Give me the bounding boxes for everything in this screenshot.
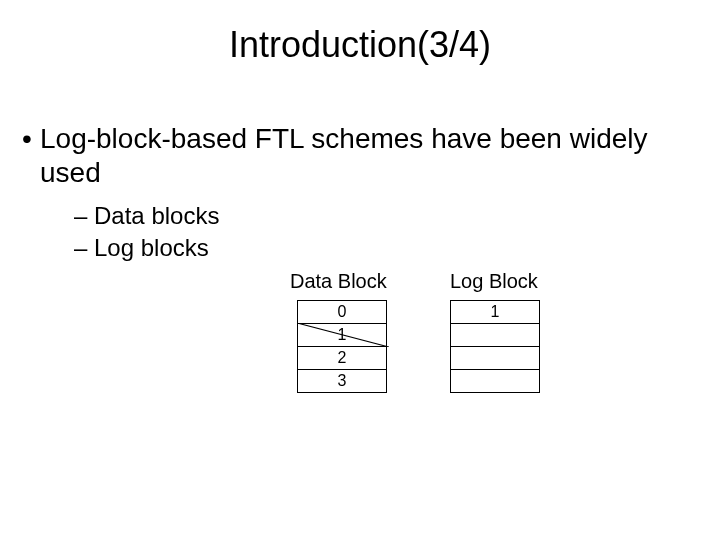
sub-bullet-log-blocks: Log blocks bbox=[74, 232, 219, 264]
slide-title: Introduction(3/4) bbox=[0, 24, 720, 66]
log-block-cell-3 bbox=[451, 370, 540, 393]
bullet-level1: Log-block-based FTL schemes have been wi… bbox=[40, 122, 680, 189]
log-block-cell-1 bbox=[451, 324, 540, 347]
data-block-table: 0 1 2 3 bbox=[297, 300, 387, 393]
log-block-label: Log Block bbox=[450, 270, 538, 293]
data-block-cell-1: 1 bbox=[298, 324, 387, 347]
sub-bullet-data-blocks: Data blocks bbox=[74, 200, 219, 232]
data-block-label: Data Block bbox=[290, 270, 387, 293]
data-block-cell-1-value: 1 bbox=[338, 326, 347, 343]
log-block-table: 1 bbox=[450, 300, 540, 393]
log-block-cell-0: 1 bbox=[451, 301, 540, 324]
data-block-cell-0: 0 bbox=[298, 301, 387, 324]
sub-bullet-list: Data blocks Log blocks bbox=[74, 200, 219, 265]
slide: Introduction(3/4) Log-block-based FTL sc… bbox=[0, 0, 720, 540]
data-block-cell-3: 3 bbox=[298, 370, 387, 393]
data-block-cell-2: 2 bbox=[298, 347, 387, 370]
log-block-cell-2 bbox=[451, 347, 540, 370]
